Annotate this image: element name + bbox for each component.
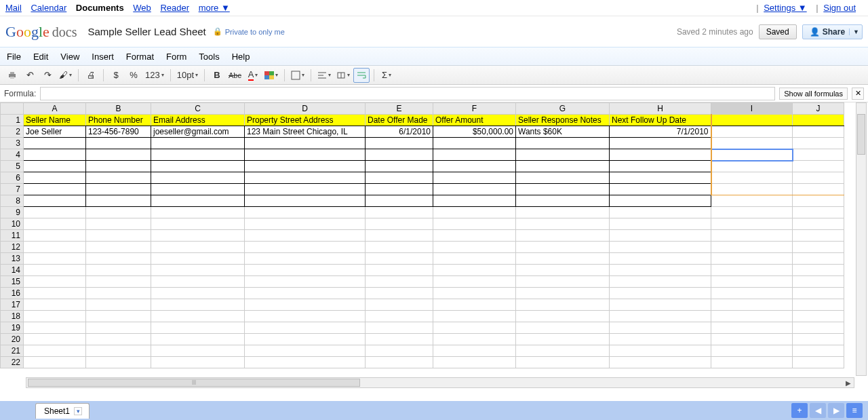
cell-A5[interactable] [24, 161, 86, 172]
cell-C20[interactable] [151, 334, 245, 345]
percent-button[interactable]: % [125, 68, 142, 83]
cell-B18[interactable] [86, 311, 151, 322]
row-header-1[interactable]: 1 [1, 115, 24, 126]
cell-C9[interactable] [151, 207, 245, 218]
col-header-J[interactable]: J [793, 103, 844, 115]
cell-F9[interactable] [433, 207, 516, 218]
cell-I16[interactable] [711, 288, 793, 299]
cell-A15[interactable] [24, 276, 86, 288]
cell-B5[interactable] [86, 161, 151, 172]
cell-H5[interactable] [610, 161, 711, 172]
cell-F19[interactable] [433, 322, 516, 334]
print-icon-2[interactable]: 🖨 [83, 68, 99, 83]
cell-E22[interactable] [366, 357, 433, 368]
col-header-C[interactable]: C [151, 103, 245, 115]
cell-J14[interactable] [793, 265, 844, 276]
cell-E4[interactable] [366, 149, 433, 161]
row-header-20[interactable]: 20 [1, 334, 24, 345]
functions-button[interactable]: Σ▾ [378, 68, 395, 83]
cell-B17[interactable] [86, 299, 151, 311]
cell-G12[interactable] [516, 242, 610, 253]
cell-J19[interactable] [793, 322, 844, 334]
formula-input[interactable] [40, 87, 775, 100]
cell-F12[interactable] [433, 242, 516, 253]
cell-C4[interactable] [151, 149, 245, 161]
cell-F20[interactable] [433, 334, 516, 345]
cell-B13[interactable] [86, 253, 151, 265]
cell-E14[interactable] [366, 265, 433, 276]
cell-B10[interactable] [86, 218, 151, 230]
cell-E13[interactable] [366, 253, 433, 265]
cell-A14[interactable] [24, 265, 86, 276]
row-header-6[interactable]: 6 [1, 172, 24, 184]
row-header-3[interactable]: 3 [1, 138, 24, 149]
cell-G2[interactable]: Wants $60K [516, 126, 610, 138]
row-header-8[interactable]: 8 [1, 195, 24, 207]
col-header-B[interactable]: B [86, 103, 151, 115]
cell-J22[interactable] [793, 357, 844, 368]
nav-signout[interactable]: Sign out [823, 3, 856, 13]
cell-E16[interactable] [366, 288, 433, 299]
cell-J7[interactable] [793, 184, 844, 195]
cell-C2[interactable]: joeseller@gmail.com [151, 126, 245, 138]
cell-D9[interactable] [245, 207, 366, 218]
cell-D12[interactable] [245, 242, 366, 253]
cell-D11[interactable] [245, 230, 366, 242]
nav-calendar[interactable]: Calendar [31, 3, 66, 13]
col-header-E[interactable]: E [366, 103, 433, 115]
cell-G11[interactable] [516, 230, 610, 242]
row-header-7[interactable]: 7 [1, 184, 24, 195]
cell-H17[interactable] [610, 299, 711, 311]
next-sheet-button[interactable]: ▶ [828, 403, 844, 418]
cell-I20[interactable] [711, 334, 793, 345]
cell-J11[interactable] [793, 230, 844, 242]
cell-J20[interactable] [793, 334, 844, 345]
cell-G6[interactable] [516, 172, 610, 184]
row-header-17[interactable]: 17 [1, 299, 24, 311]
cell-C14[interactable] [151, 265, 245, 276]
cell-B19[interactable] [86, 322, 151, 334]
sheet-tab[interactable]: Sheet1 ▾ [35, 403, 90, 419]
cell-B3[interactable] [86, 138, 151, 149]
cell-G18[interactable] [516, 311, 610, 322]
cell-C19[interactable] [151, 322, 245, 334]
cell-C6[interactable] [151, 172, 245, 184]
cell-E19[interactable] [366, 322, 433, 334]
cell-A20[interactable] [24, 334, 86, 345]
col-header-I[interactable]: I [711, 103, 793, 115]
cell-E8[interactable] [366, 195, 433, 207]
cell-E3[interactable] [366, 138, 433, 149]
cell-H11[interactable] [610, 230, 711, 242]
cell-A13[interactable] [24, 253, 86, 265]
cell-I8[interactable] [711, 195, 793, 207]
cell-A2[interactable]: Joe Seller [24, 126, 86, 138]
cell-H16[interactable] [610, 288, 711, 299]
cell-D13[interactable] [245, 253, 366, 265]
cell-I13[interactable] [711, 253, 793, 265]
cell-I3[interactable] [711, 138, 793, 149]
cell-C15[interactable] [151, 276, 245, 288]
nav-reader[interactable]: Reader [160, 3, 189, 13]
fill-color-button[interactable]: ▾ [262, 68, 280, 83]
cell-D3[interactable] [245, 138, 366, 149]
cell-J8[interactable] [793, 195, 844, 207]
cell-A17[interactable] [24, 299, 86, 311]
cell-A21[interactable] [24, 345, 86, 357]
cell-C17[interactable] [151, 299, 245, 311]
cell-J16[interactable] [793, 288, 844, 299]
cell-B12[interactable] [86, 242, 151, 253]
share-button[interactable]: 👤 Share ▼ [802, 24, 863, 39]
cell-E6[interactable] [366, 172, 433, 184]
font-size-select[interactable]: 10pt▾ [175, 68, 200, 83]
cell-H12[interactable] [610, 242, 711, 253]
cell-E2[interactable]: 6/1/2010 [366, 126, 433, 138]
cell-H13[interactable] [610, 253, 711, 265]
cell-H3[interactable] [610, 138, 711, 149]
cell-C13[interactable] [151, 253, 245, 265]
cell-I4[interactable] [711, 149, 793, 161]
cell-G16[interactable] [516, 288, 610, 299]
wrap-text-button[interactable] [353, 68, 370, 83]
cell-H19[interactable] [610, 322, 711, 334]
cell-B8[interactable] [86, 195, 151, 207]
row-header-10[interactable]: 10 [1, 218, 24, 230]
